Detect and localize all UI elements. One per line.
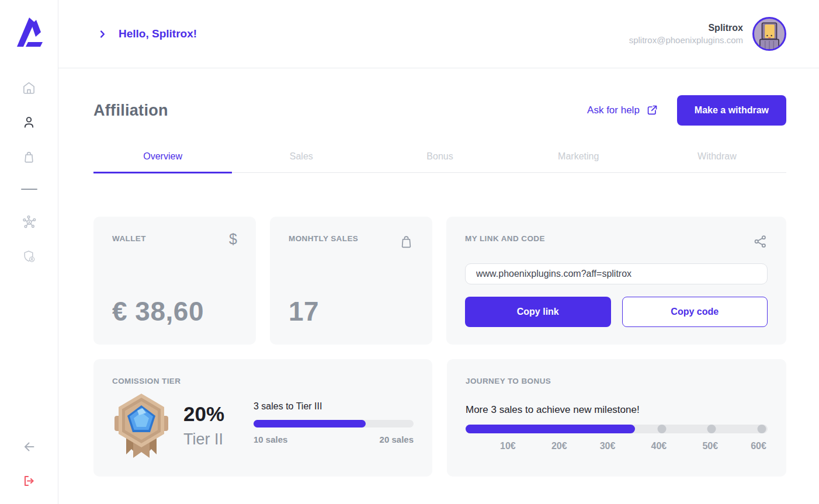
tab-withdraw[interactable]: Withdraw xyxy=(648,143,786,172)
topbar: Hello, Splitrox! Splitrox splitrox@phoen… xyxy=(58,0,819,68)
tier-name: Tier II xyxy=(183,430,237,449)
link-card-label: MY LINK AND CODE xyxy=(465,234,545,243)
tier-percent: 20% xyxy=(183,402,237,426)
user-box[interactable]: Splitrox splitrox@phoenixplugins.com xyxy=(629,17,786,51)
copy-link-button[interactable]: Copy link xyxy=(465,297,611,327)
ask-for-help-label: Ask for help xyxy=(587,105,640,116)
brand-logo[interactable] xyxy=(15,18,44,47)
tier-progress-track xyxy=(254,420,414,427)
stats-row: WALLET $ € 38,60 MONHTLY SALES xyxy=(93,217,786,345)
home-icon[interactable] xyxy=(22,81,36,95)
milestone-label: 30€ xyxy=(600,441,616,451)
tab-bonus[interactable]: Bonus xyxy=(370,143,509,172)
journey-label: JOURNEY TO BONUS xyxy=(466,377,551,385)
milestone-label: 20€ xyxy=(551,441,567,451)
shield-user-icon[interactable] xyxy=(22,249,36,263)
user-name: Splitrox xyxy=(629,23,743,33)
commission-body: 20% Tier II 3 sales to Tier III 10 sales… xyxy=(112,391,414,459)
wallet-value: € 38,60 xyxy=(112,298,237,327)
external-link-icon xyxy=(646,104,658,117)
tab-overview[interactable]: Overview xyxy=(93,143,232,172)
progress-row: COMISSION TIER xyxy=(93,359,786,477)
milestone-dot xyxy=(658,425,667,433)
page-head: Affiliation Ask for help Make a withdraw xyxy=(93,95,786,126)
page-title: Affiliation xyxy=(93,102,168,120)
journey-progress-fill xyxy=(466,425,635,433)
user-icon[interactable] xyxy=(22,115,36,129)
dollar-icon: $ xyxy=(229,232,237,246)
bag-icon[interactable] xyxy=(22,150,36,164)
sidebar-bottom xyxy=(22,440,36,488)
main-area: Hello, Splitrox! Splitrox splitrox@phoen… xyxy=(58,0,819,504)
milestone-label: 10€ xyxy=(500,441,516,451)
copy-buttons: Copy link Copy code xyxy=(465,297,768,327)
back-arrow-icon[interactable] xyxy=(22,440,36,454)
network-icon[interactable] xyxy=(22,215,36,229)
logout-icon[interactable] xyxy=(22,474,36,488)
monthly-sales-value: 17 xyxy=(289,298,414,327)
milestone-label: 50€ xyxy=(702,441,718,451)
greeting: Hello, Splitrox! xyxy=(98,27,197,40)
journey-to-bonus-card: JOURNEY TO BONUS More 3 sales to achieve… xyxy=(447,359,786,477)
milestone-dot xyxy=(757,425,766,433)
sidebar xyxy=(0,0,58,504)
milestone-labels: 10€ 20€ 30€ 40€ 50€ 60€ xyxy=(466,441,768,453)
wallet-card: WALLET $ € 38,60 xyxy=(93,217,256,345)
tier-badge-icon xyxy=(112,392,171,458)
user-text: Splitrox splitrox@phoenixplugins.com xyxy=(629,23,743,45)
head-actions: Ask for help Make a withdraw xyxy=(587,95,786,126)
tier-progress: 3 sales to Tier III 10 sales 20 sales xyxy=(254,401,414,444)
sidebar-nav xyxy=(21,81,37,263)
link-and-code-card: MY LINK AND CODE Copy link Copy code xyxy=(446,217,786,345)
content: Affiliation Ask for help Make a withdraw xyxy=(58,68,819,477)
sidebar-divider xyxy=(21,189,37,190)
copy-code-button[interactable]: Copy code xyxy=(622,297,768,327)
tab-sales[interactable]: Sales xyxy=(232,143,370,172)
tab-marketing[interactable]: Marketing xyxy=(509,143,648,172)
range-start-label: 10 sales xyxy=(254,435,287,444)
ask-for-help-link[interactable]: Ask for help xyxy=(587,104,658,117)
chevron-right-icon[interactable] xyxy=(98,30,107,39)
tab-bar: Overview Sales Bonus Marketing Withdraw xyxy=(93,143,786,173)
avatar[interactable] xyxy=(752,17,786,51)
greeting-text: Hello, Splitrox! xyxy=(119,27,197,40)
make-withdraw-button[interactable]: Make a withdraw xyxy=(677,95,786,126)
app-root: Hello, Splitrox! Splitrox splitrox@phoen… xyxy=(0,0,819,504)
tier-progress-fill xyxy=(254,420,366,427)
affiliate-link-input[interactable] xyxy=(465,263,768,284)
milestone-label: 60€ xyxy=(751,441,766,451)
tier-summary: 20% Tier II xyxy=(183,402,237,449)
next-tier-text: 3 sales to Tier III xyxy=(254,401,414,412)
bag-icon xyxy=(399,234,414,249)
user-email: splitrox@phoenixplugins.com xyxy=(629,35,743,45)
monthly-sales-card: MONHTLY SALES 17 xyxy=(270,217,432,345)
commission-tier-card: COMISSION TIER xyxy=(93,359,432,477)
commission-label: COMISSION TIER xyxy=(112,377,181,385)
milestone-label: 40€ xyxy=(651,441,667,451)
journey-progress-track xyxy=(466,425,768,433)
wallet-label: WALLET xyxy=(112,234,146,243)
journey-message: More 3 sales to achieve new milestone! xyxy=(466,404,768,416)
monthly-sales-label: MONHTLY SALES xyxy=(289,234,358,243)
milestone-dot xyxy=(707,425,716,433)
share-icon[interactable] xyxy=(753,234,768,249)
range-end-label: 20 sales xyxy=(380,435,414,444)
